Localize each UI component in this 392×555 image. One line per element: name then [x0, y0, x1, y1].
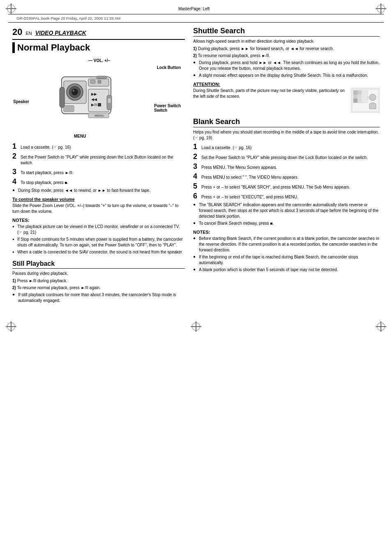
- step-4-text: To stop playback, press ■.: [21, 180, 68, 186]
- normal-playback-notes: The playback picture can be viewed in th…: [12, 224, 185, 255]
- svg-text:▶/II: ▶/II: [91, 103, 97, 107]
- attention-text: During Shuttle Search, parts of the pict…: [193, 88, 348, 99]
- bottom-corners: [0, 321, 392, 335]
- svg-rect-21: [108, 98, 111, 103]
- blank-step-1: 1 Load a cassette. (☞ pg. 16): [193, 143, 380, 151]
- stop-mode-note: ● During Stop mode, press ◄◄ to rewind, …: [12, 188, 185, 193]
- step-2-text: Set the Power Switch to "PLAY" while pre…: [21, 154, 185, 166]
- note-1: The playback picture can be viewed in th…: [12, 224, 185, 235]
- reg-mark-top-left: [6, 3, 16, 14]
- svg-rect-27: [353, 90, 357, 94]
- right-column: Shuttle Search Allows high-speed search …: [193, 27, 380, 305]
- speaker-volume-text: Slide the Power Zoom Lever (VOL. +/–) to…: [12, 203, 185, 214]
- svg-rect-30: [357, 90, 362, 94]
- shuttle-note-2: ● A slight mosaic effect appears on the …: [193, 73, 380, 78]
- svg-rect-7: [90, 80, 95, 83]
- reg-mark-top-right: [376, 3, 386, 14]
- svg-text:▶▶: ▶▶: [91, 92, 97, 96]
- file-info: GR-D239PAL.book Page 20 Friday, April 22…: [8, 14, 384, 23]
- svg-rect-9: [64, 106, 74, 112]
- attention-heading: ATTENTION:: [193, 82, 380, 87]
- shuttle-search-intro: Allows high-speed search in either direc…: [193, 39, 380, 44]
- svg-point-5: [73, 90, 74, 92]
- svg-point-4: [71, 89, 78, 95]
- top-corners: MasterPage: Left: [0, 0, 392, 14]
- still-step-1: 1) Press ►/II during playback.: [12, 278, 185, 284]
- blank-notes2-3: ● A blank portion which is shorter than …: [193, 267, 380, 273]
- step-3-text: To start playback, press ►/II.: [21, 170, 74, 176]
- svg-rect-8: [98, 80, 101, 83]
- step-4: 4 To stop playback, press ■.: [12, 178, 185, 186]
- svg-rect-28: [353, 94, 357, 99]
- attention-image: [351, 88, 380, 113]
- blank-search-intro: Helps you find where you should start re…: [193, 129, 380, 141]
- shuttle-search-heading: Shuttle Search: [193, 27, 380, 37]
- masterpage-label: MasterPage: Left: [178, 7, 214, 11]
- page-number: 20: [12, 27, 22, 37]
- svg-rect-24: [60, 87, 65, 108]
- section-header: 20 EN VIDEO PLAYBACK: [12, 27, 185, 40]
- still-playback-heading: Still Playback: [12, 260, 185, 269]
- speaker-volume-heading: To control the speaker volume: [12, 197, 185, 202]
- blank-notes2-heading: NOTES:: [193, 230, 380, 235]
- blank-notes2-1: ● Before starting Blank Search, if the c…: [193, 236, 380, 253]
- vol-label: — VOL. +/–: [88, 58, 110, 63]
- reg-mark-bottom-right: [376, 321, 386, 332]
- svg-rect-31: [357, 94, 362, 99]
- main-content: 20 EN VIDEO PLAYBACK Normal Playback: [0, 23, 392, 313]
- blank-notes2-2: ● If the beginning or end of the tape is…: [193, 254, 380, 266]
- attention-block: During Shuttle Search, parts of the pict…: [193, 88, 380, 113]
- svg-rect-32: [362, 90, 368, 103]
- still-playback-intro: Pauses during video playback.: [12, 271, 185, 276]
- speaker-label: Speaker: [13, 99, 29, 104]
- still-note-1: ● If still playback continues for more t…: [12, 292, 185, 304]
- attention-svg: [351, 88, 379, 112]
- reg-mark-bottom-left: [6, 321, 16, 332]
- svg-rect-29: [353, 99, 357, 103]
- still-step-2: 2) To resume normal playback, press ►/II…: [12, 285, 185, 291]
- shuttle-step-2: 2) To resume normal playback, press ►/II…: [193, 53, 380, 59]
- power-switch-label: Power SwitchSwitch: [154, 104, 181, 113]
- reg-mark-bottom-center: [191, 321, 201, 332]
- svg-rect-18: [98, 103, 101, 106]
- blank-search-heading: Blank Search: [193, 117, 380, 127]
- page-wrapper: MasterPage: Left GR-D239PAL.book Page 20…: [0, 0, 392, 555]
- blank-step-5: 5 Press + or – to select "BLANK SRCH", a…: [193, 182, 380, 190]
- blank-step-2: 2 Set the Power Switch to "PLAY" while p…: [193, 153, 380, 161]
- blank-note-2: ● To cancel Blank Search midway, press ■…: [193, 221, 380, 226]
- main-heading: Normal Playback: [12, 42, 185, 53]
- blank-step-6: 6 Press + or – to select "EXECUTE", and …: [193, 192, 380, 200]
- blank-step-3: 3 Press MENU. The Menu Screen appears.: [193, 163, 380, 170]
- lock-button-label: Lock Button: [157, 65, 181, 70]
- section-title: VIDEO PLAYBACK: [35, 30, 86, 36]
- shuttle-note-1: ● During playback, press and hold ►► or …: [193, 60, 380, 71]
- note-3: When a cable is connected to the S/AV co…: [12, 249, 185, 255]
- step-1: 1 Load a cassette. (☞ pg. 16): [12, 143, 185, 150]
- notes-heading: NOTES:: [12, 218, 185, 223]
- menu-label: MENU: [74, 134, 86, 138]
- shuttle-step-1: 1) During playback, press ►► for forward…: [193, 46, 380, 52]
- svg-text:MENU: MENU: [95, 114, 104, 117]
- svg-point-33: [369, 94, 376, 101]
- step-1-text: Load a cassette. (☞ pg. 16): [21, 145, 71, 150]
- step-3: 3 To start playback, press ►/II.: [12, 168, 185, 176]
- step-2: 2 Set the Power Switch to "PLAY" while p…: [12, 152, 185, 166]
- diagram-area: ▶▶ ◀◀ ▶/II MENU: [12, 56, 185, 138]
- camera-illustration: ▶▶ ◀◀ ▶/II MENU: [37, 64, 119, 134]
- svg-rect-19: [97, 76, 107, 78]
- page-number-sub: EN: [25, 31, 32, 36]
- left-column: 20 EN VIDEO PLAYBACK Normal Playback: [12, 27, 185, 305]
- blank-note-1: ● The "BLANK SEARCH" indication appears …: [193, 202, 380, 219]
- svg-text:◀◀: ◀◀: [91, 97, 97, 101]
- note-2: If Stop mode continues for 5 minutes whe…: [12, 237, 185, 248]
- blank-step-4: 4 Press MENU to select " ". The VIDEO Me…: [193, 173, 380, 180]
